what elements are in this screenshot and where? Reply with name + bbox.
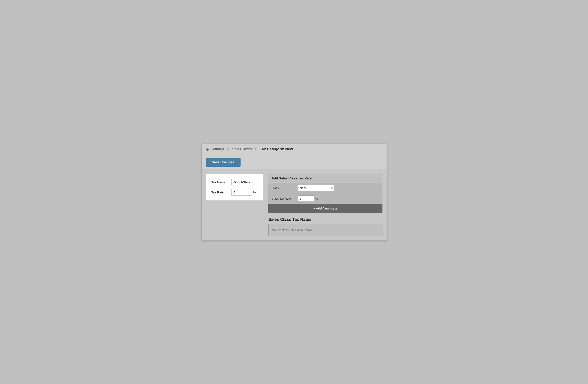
breadcrumb-bar: ⚙ Settings > Sales Taxes > Tax Category:…: [202, 144, 387, 155]
add-rate-section: Add Sales Class Tax Rate Class None Clas…: [268, 174, 382, 213]
gear-icon: ⚙: [206, 147, 209, 152]
content-area: Tax Name Tax Rate % Add Sales Class Tax …: [202, 170, 387, 240]
class-tax-rate-input-group: %: [298, 195, 318, 202]
class-row: Class None: [268, 183, 382, 193]
breadcrumb-current: Tax Category: New: [260, 147, 293, 151]
left-panel: Tax Name Tax Rate %: [206, 174, 263, 200]
class-tax-rate-input[interactable]: [298, 195, 314, 202]
breadcrumb-sep-1: >: [226, 147, 230, 151]
page-container: ⚙ Settings > Sales Taxes > Tax Category:…: [201, 144, 387, 241]
save-changes-button[interactable]: Save Changes: [206, 158, 241, 167]
tax-name-input[interactable]: [231, 179, 260, 185]
breadcrumb-sales-taxes: Sales Taxes: [232, 147, 252, 151]
tax-rate-label: Tax Rate: [211, 191, 228, 194]
add-rate-section-header: Add Sales Class Tax Rate: [268, 174, 382, 183]
toolbar: Save Changes: [202, 155, 387, 170]
class-select[interactable]: None: [298, 185, 335, 191]
class-tax-rate-label: Class Tax Rate: [272, 197, 294, 200]
tax-rate-suffix: %: [253, 191, 256, 194]
add-new-rate-button[interactable]: + Add New Rate: [268, 204, 382, 213]
class-tax-rate-suffix: %: [315, 197, 318, 200]
tax-name-label: Tax Name: [211, 180, 228, 184]
tax-name-row: Tax Name: [211, 179, 258, 185]
breadcrumb: Settings > Sales Taxes > Tax Category: N…: [211, 147, 293, 151]
class-select-wrapper: None: [298, 185, 335, 191]
empty-rates-message: No tax class rates were found.: [272, 228, 314, 232]
tax-rate-input-group: %: [231, 189, 256, 195]
empty-rates-box: No tax class rates were found.: [268, 224, 382, 236]
sales-class-section: Sales Class Tax Rates No tax class rates…: [268, 217, 382, 236]
tax-rate-row: Tax Rate %: [211, 189, 258, 195]
tax-rate-input[interactable]: [231, 189, 252, 195]
class-label: Class: [272, 186, 294, 190]
class-tax-rate-row: Class Tax Rate %: [268, 193, 382, 204]
breadcrumb-settings: Settings: [211, 147, 224, 151]
right-panel: Add Sales Class Tax Rate Class None Clas…: [268, 174, 382, 236]
breadcrumb-sep-2: >: [254, 147, 258, 151]
sales-class-title: Sales Class Tax Rates: [268, 217, 382, 222]
